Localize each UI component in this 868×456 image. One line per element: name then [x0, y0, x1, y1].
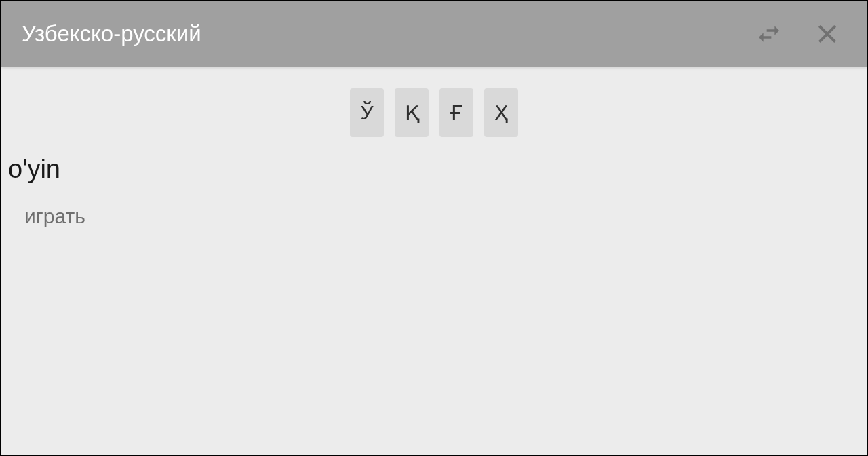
- results-list: играть: [24, 205, 860, 228]
- char-btn-u[interactable]: Ў: [350, 88, 384, 137]
- char-btn-g[interactable]: Ғ: [439, 88, 473, 137]
- header-actions: [755, 20, 846, 48]
- page-title: Узбекско-русский: [22, 21, 755, 47]
- char-btn-q[interactable]: Қ: [395, 88, 429, 137]
- search-input[interactable]: [8, 152, 860, 191]
- special-char-row: Ў Қ Ғ Ҳ: [1, 88, 867, 137]
- close-icon[interactable]: [814, 20, 841, 48]
- swap-direction-icon[interactable]: [755, 20, 783, 48]
- app-header: Узбекско-русский: [1, 1, 867, 66]
- char-btn-h[interactable]: Ҳ: [484, 88, 518, 137]
- search-input-area: [8, 152, 860, 191]
- result-item[interactable]: играть: [24, 205, 860, 228]
